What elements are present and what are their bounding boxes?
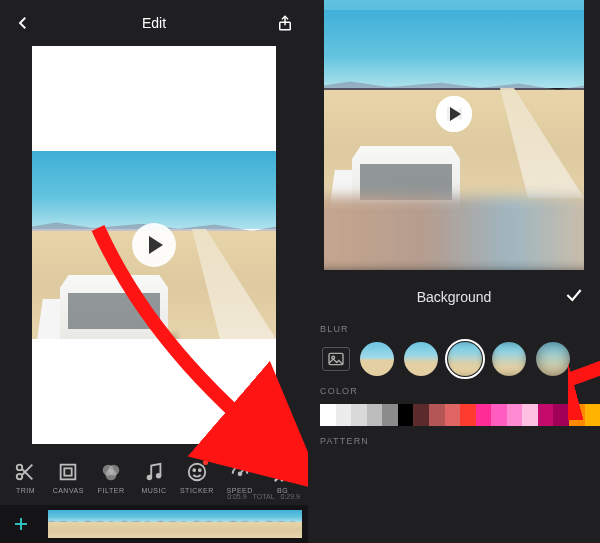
panel-title: Background [417, 289, 492, 305]
speed-icon [229, 461, 251, 483]
notification-dot [203, 460, 208, 465]
color-swatch[interactable] [429, 404, 445, 426]
filter-icon [100, 461, 122, 483]
play-icon [447, 107, 461, 121]
tool-filter[interactable]: FILTER [90, 461, 133, 494]
color-swatch[interactable] [398, 404, 414, 426]
color-swatch[interactable] [522, 404, 538, 426]
color-swatch[interactable] [476, 404, 492, 426]
time-current: 0:05.9 [227, 493, 246, 500]
section-color-label: COLOR [320, 386, 588, 396]
scissors-icon [14, 461, 36, 483]
svg-point-9 [106, 469, 117, 480]
add-clip-button[interactable] [4, 507, 38, 541]
color-swatch[interactable] [320, 404, 336, 426]
background-panel: Background BLUR COLOR PATTERN [308, 270, 600, 446]
play-icon [146, 236, 163, 254]
color-swatch[interactable] [507, 404, 523, 426]
tool-trim[interactable]: TRIM [4, 461, 47, 494]
confirm-button[interactable] [564, 285, 584, 309]
svg-point-1 [17, 464, 23, 470]
color-swatch[interactable] [382, 404, 398, 426]
video-preview [324, 0, 584, 270]
blur-option-4[interactable] [492, 342, 526, 376]
timeline[interactable]: 0:05.9 TOTAL 0:29.9 [0, 505, 308, 543]
timeline-meta: 0:05.9 TOTAL 0:29.9 [227, 493, 300, 500]
clip-strip[interactable] [48, 510, 302, 538]
custom-background-button[interactable] [322, 347, 350, 371]
check-icon [564, 285, 584, 305]
tool-label: MUSIC [141, 487, 166, 494]
color-swatch[interactable] [538, 404, 554, 426]
header: Edit [0, 0, 308, 46]
svg-point-13 [193, 469, 195, 471]
svg-point-12 [189, 463, 206, 480]
svg-rect-5 [61, 464, 76, 479]
color-swatch[interactable] [553, 404, 569, 426]
blur-option-2[interactable] [404, 342, 438, 376]
back-icon[interactable] [14, 14, 32, 32]
blur-option-3[interactable] [448, 342, 482, 376]
blur-option-5[interactable] [536, 342, 570, 376]
tool-music[interactable]: MUSIC [133, 461, 176, 494]
video-canvas [32, 46, 276, 444]
svg-line-17 [274, 463, 279, 468]
play-button[interactable] [436, 96, 472, 132]
play-button[interactable] [132, 223, 176, 267]
bg-icon [272, 461, 294, 483]
color-row[interactable] [320, 404, 600, 426]
color-swatch[interactable] [336, 404, 352, 426]
color-swatch[interactable] [569, 404, 585, 426]
svg-point-14 [199, 469, 201, 471]
tool-label: STICKER [180, 487, 214, 494]
tool-bg[interactable]: BG [261, 461, 304, 494]
svg-point-10 [148, 475, 152, 479]
color-swatch[interactable] [367, 404, 383, 426]
blur-row [320, 342, 588, 376]
background-screen: Background BLUR COLOR PATTERN [308, 0, 600, 543]
page-title: Edit [142, 15, 166, 31]
edit-screen: Edit TRIM CANVAS [0, 0, 308, 543]
color-swatch[interactable] [351, 404, 367, 426]
color-swatch[interactable] [491, 404, 507, 426]
canvas-icon [57, 461, 79, 483]
video-frame [32, 151, 276, 339]
color-swatch[interactable] [445, 404, 461, 426]
tool-canvas[interactable]: CANVAS [47, 461, 90, 494]
svg-rect-6 [65, 468, 72, 475]
plus-icon [12, 515, 30, 533]
time-total-label: TOTAL [253, 493, 275, 500]
color-swatch[interactable] [460, 404, 476, 426]
svg-point-11 [157, 473, 161, 477]
svg-point-16 [238, 472, 241, 475]
svg-point-2 [17, 473, 23, 479]
tool-label: FILTER [98, 487, 125, 494]
tool-sticker[interactable]: STICKER [175, 461, 218, 494]
section-pattern-label: PATTERN [320, 436, 588, 446]
color-swatch[interactable] [585, 404, 600, 426]
tool-label: CANVAS [53, 487, 84, 494]
tool-label: TRIM [16, 487, 35, 494]
svg-line-21 [287, 476, 292, 481]
image-icon [327, 352, 345, 366]
time-total: 0:29.9 [281, 493, 300, 500]
section-blur-label: BLUR [320, 324, 588, 334]
music-icon [143, 461, 165, 483]
blur-option-1[interactable] [360, 342, 394, 376]
share-icon[interactable] [276, 14, 294, 32]
color-swatch[interactable] [413, 404, 429, 426]
tool-speed[interactable]: SPEED [218, 461, 261, 494]
